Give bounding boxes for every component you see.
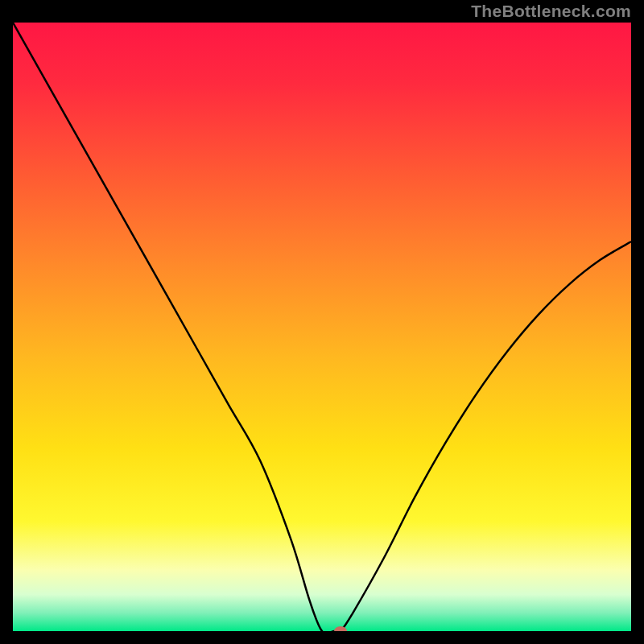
site-watermark: TheBottleneck.com — [471, 2, 631, 21]
chart-container: TheBottleneck.com — [0, 0, 644, 644]
gradient-background — [13, 23, 631, 631]
plot-area — [13, 23, 631, 631]
chart-svg — [13, 23, 631, 631]
